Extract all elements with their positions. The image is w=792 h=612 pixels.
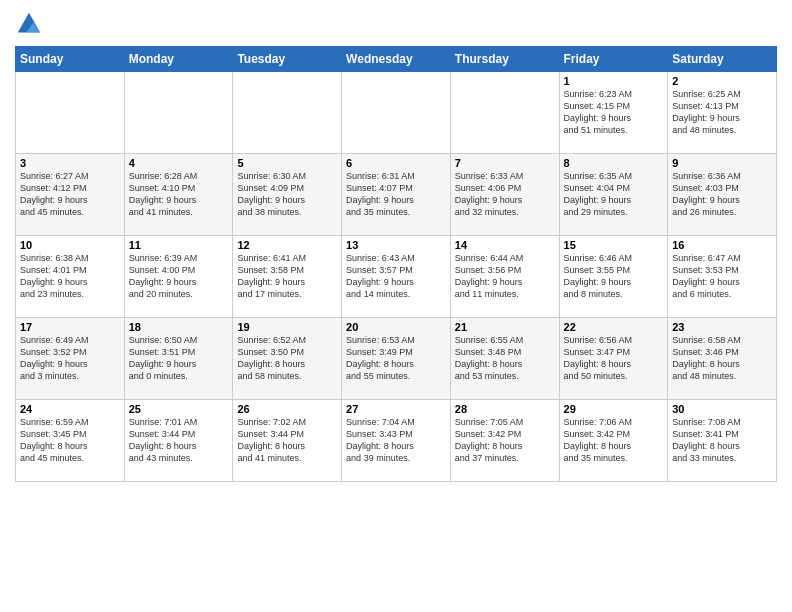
day-number: 29 <box>564 403 664 415</box>
day-cell: 26Sunrise: 7:02 AM Sunset: 3:44 PM Dayli… <box>233 400 342 482</box>
week-row-4: 24Sunrise: 6:59 AM Sunset: 3:45 PM Dayli… <box>16 400 777 482</box>
day-cell: 10Sunrise: 6:38 AM Sunset: 4:01 PM Dayli… <box>16 236 125 318</box>
header-cell-monday: Monday <box>124 47 233 72</box>
day-info: Sunrise: 6:38 AM Sunset: 4:01 PM Dayligh… <box>20 252 120 301</box>
day-number: 28 <box>455 403 555 415</box>
day-info: Sunrise: 7:02 AM Sunset: 3:44 PM Dayligh… <box>237 416 337 465</box>
day-info: Sunrise: 6:27 AM Sunset: 4:12 PM Dayligh… <box>20 170 120 219</box>
day-cell: 5Sunrise: 6:30 AM Sunset: 4:09 PM Daylig… <box>233 154 342 236</box>
day-cell: 17Sunrise: 6:49 AM Sunset: 3:52 PM Dayli… <box>16 318 125 400</box>
header-cell-friday: Friday <box>559 47 668 72</box>
page: SundayMondayTuesdayWednesdayThursdayFrid… <box>0 0 792 612</box>
day-info: Sunrise: 7:08 AM Sunset: 3:41 PM Dayligh… <box>672 416 772 465</box>
calendar-table: SundayMondayTuesdayWednesdayThursdayFrid… <box>15 46 777 482</box>
day-info: Sunrise: 6:30 AM Sunset: 4:09 PM Dayligh… <box>237 170 337 219</box>
day-info: Sunrise: 7:06 AM Sunset: 3:42 PM Dayligh… <box>564 416 664 465</box>
day-number: 9 <box>672 157 772 169</box>
day-number: 21 <box>455 321 555 333</box>
header-cell-saturday: Saturday <box>668 47 777 72</box>
day-cell: 2Sunrise: 6:25 AM Sunset: 4:13 PM Daylig… <box>668 72 777 154</box>
day-number: 25 <box>129 403 229 415</box>
header-cell-wednesday: Wednesday <box>342 47 451 72</box>
day-number: 26 <box>237 403 337 415</box>
calendar-header: SundayMondayTuesdayWednesdayThursdayFrid… <box>16 47 777 72</box>
day-info: Sunrise: 6:36 AM Sunset: 4:03 PM Dayligh… <box>672 170 772 219</box>
day-cell <box>124 72 233 154</box>
day-cell <box>16 72 125 154</box>
day-number: 15 <box>564 239 664 251</box>
day-info: Sunrise: 6:56 AM Sunset: 3:47 PM Dayligh… <box>564 334 664 383</box>
day-number: 3 <box>20 157 120 169</box>
day-number: 12 <box>237 239 337 251</box>
day-cell: 11Sunrise: 6:39 AM Sunset: 4:00 PM Dayli… <box>124 236 233 318</box>
day-info: Sunrise: 7:04 AM Sunset: 3:43 PM Dayligh… <box>346 416 446 465</box>
header-cell-sunday: Sunday <box>16 47 125 72</box>
day-cell: 9Sunrise: 6:36 AM Sunset: 4:03 PM Daylig… <box>668 154 777 236</box>
day-info: Sunrise: 6:53 AM Sunset: 3:49 PM Dayligh… <box>346 334 446 383</box>
day-number: 27 <box>346 403 446 415</box>
calendar-body: 1Sunrise: 6:23 AM Sunset: 4:15 PM Daylig… <box>16 72 777 482</box>
day-info: Sunrise: 6:49 AM Sunset: 3:52 PM Dayligh… <box>20 334 120 383</box>
day-info: Sunrise: 6:46 AM Sunset: 3:55 PM Dayligh… <box>564 252 664 301</box>
day-number: 6 <box>346 157 446 169</box>
day-number: 7 <box>455 157 555 169</box>
day-cell: 30Sunrise: 7:08 AM Sunset: 3:41 PM Dayli… <box>668 400 777 482</box>
day-cell: 15Sunrise: 6:46 AM Sunset: 3:55 PM Dayli… <box>559 236 668 318</box>
header <box>15 10 777 38</box>
header-row: SundayMondayTuesdayWednesdayThursdayFrid… <box>16 47 777 72</box>
day-cell: 14Sunrise: 6:44 AM Sunset: 3:56 PM Dayli… <box>450 236 559 318</box>
day-cell: 16Sunrise: 6:47 AM Sunset: 3:53 PM Dayli… <box>668 236 777 318</box>
day-info: Sunrise: 6:31 AM Sunset: 4:07 PM Dayligh… <box>346 170 446 219</box>
day-cell: 23Sunrise: 6:58 AM Sunset: 3:46 PM Dayli… <box>668 318 777 400</box>
day-info: Sunrise: 6:44 AM Sunset: 3:56 PM Dayligh… <box>455 252 555 301</box>
day-info: Sunrise: 6:23 AM Sunset: 4:15 PM Dayligh… <box>564 88 664 137</box>
day-number: 10 <box>20 239 120 251</box>
day-number: 19 <box>237 321 337 333</box>
day-number: 14 <box>455 239 555 251</box>
day-number: 24 <box>20 403 120 415</box>
day-number: 1 <box>564 75 664 87</box>
day-number: 11 <box>129 239 229 251</box>
day-cell: 6Sunrise: 6:31 AM Sunset: 4:07 PM Daylig… <box>342 154 451 236</box>
day-cell: 29Sunrise: 7:06 AM Sunset: 3:42 PM Dayli… <box>559 400 668 482</box>
day-cell: 22Sunrise: 6:56 AM Sunset: 3:47 PM Dayli… <box>559 318 668 400</box>
day-cell: 24Sunrise: 6:59 AM Sunset: 3:45 PM Dayli… <box>16 400 125 482</box>
day-number: 22 <box>564 321 664 333</box>
day-number: 23 <box>672 321 772 333</box>
day-cell: 13Sunrise: 6:43 AM Sunset: 3:57 PM Dayli… <box>342 236 451 318</box>
day-number: 4 <box>129 157 229 169</box>
day-info: Sunrise: 6:41 AM Sunset: 3:58 PM Dayligh… <box>237 252 337 301</box>
header-cell-tuesday: Tuesday <box>233 47 342 72</box>
day-number: 18 <box>129 321 229 333</box>
day-cell: 3Sunrise: 6:27 AM Sunset: 4:12 PM Daylig… <box>16 154 125 236</box>
day-cell: 4Sunrise: 6:28 AM Sunset: 4:10 PM Daylig… <box>124 154 233 236</box>
day-cell: 7Sunrise: 6:33 AM Sunset: 4:06 PM Daylig… <box>450 154 559 236</box>
day-info: Sunrise: 6:58 AM Sunset: 3:46 PM Dayligh… <box>672 334 772 383</box>
day-cell <box>342 72 451 154</box>
day-info: Sunrise: 6:35 AM Sunset: 4:04 PM Dayligh… <box>564 170 664 219</box>
day-cell: 21Sunrise: 6:55 AM Sunset: 3:48 PM Dayli… <box>450 318 559 400</box>
day-info: Sunrise: 7:05 AM Sunset: 3:42 PM Dayligh… <box>455 416 555 465</box>
day-info: Sunrise: 7:01 AM Sunset: 3:44 PM Dayligh… <box>129 416 229 465</box>
day-cell: 28Sunrise: 7:05 AM Sunset: 3:42 PM Dayli… <box>450 400 559 482</box>
day-cell: 25Sunrise: 7:01 AM Sunset: 3:44 PM Dayli… <box>124 400 233 482</box>
day-info: Sunrise: 6:59 AM Sunset: 3:45 PM Dayligh… <box>20 416 120 465</box>
day-info: Sunrise: 6:47 AM Sunset: 3:53 PM Dayligh… <box>672 252 772 301</box>
logo <box>15 10 47 38</box>
week-row-3: 17Sunrise: 6:49 AM Sunset: 3:52 PM Dayli… <box>16 318 777 400</box>
day-cell <box>450 72 559 154</box>
day-info: Sunrise: 6:55 AM Sunset: 3:48 PM Dayligh… <box>455 334 555 383</box>
day-number: 5 <box>237 157 337 169</box>
day-cell: 20Sunrise: 6:53 AM Sunset: 3:49 PM Dayli… <box>342 318 451 400</box>
day-cell: 19Sunrise: 6:52 AM Sunset: 3:50 PM Dayli… <box>233 318 342 400</box>
day-info: Sunrise: 6:33 AM Sunset: 4:06 PM Dayligh… <box>455 170 555 219</box>
day-info: Sunrise: 6:43 AM Sunset: 3:57 PM Dayligh… <box>346 252 446 301</box>
day-cell: 27Sunrise: 7:04 AM Sunset: 3:43 PM Dayli… <box>342 400 451 482</box>
day-info: Sunrise: 6:52 AM Sunset: 3:50 PM Dayligh… <box>237 334 337 383</box>
day-number: 13 <box>346 239 446 251</box>
day-number: 17 <box>20 321 120 333</box>
week-row-2: 10Sunrise: 6:38 AM Sunset: 4:01 PM Dayli… <box>16 236 777 318</box>
day-cell: 18Sunrise: 6:50 AM Sunset: 3:51 PM Dayli… <box>124 318 233 400</box>
week-row-0: 1Sunrise: 6:23 AM Sunset: 4:15 PM Daylig… <box>16 72 777 154</box>
day-number: 16 <box>672 239 772 251</box>
